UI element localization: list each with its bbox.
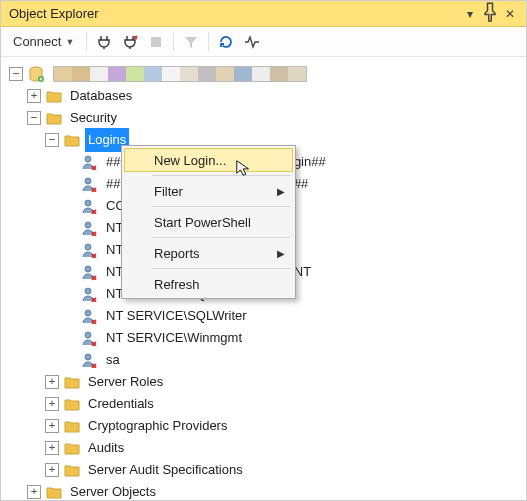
tree-node-crypto-providers[interactable]: +Cryptographic Providers [9,415,526,437]
pin-icon[interactable] [480,2,500,25]
login-icon [81,154,99,170]
expand-icon[interactable]: + [45,375,59,389]
tree-label: Server Audit Specifications [85,458,246,482]
activity-icon[interactable] [241,31,263,53]
login-icon [81,242,99,258]
tree-node-credentials[interactable]: +Credentials [9,393,526,415]
folder-icon [63,396,81,412]
context-menu: New Login... Filter ▶ Start PowerShell R… [121,145,296,299]
spacer: + [63,155,77,169]
filter-icon [180,31,202,53]
caret-down-icon: ▼ [65,37,74,47]
tree-node-audits[interactable]: +Audits [9,437,526,459]
expand-icon[interactable]: + [27,89,41,103]
tree-label: Audits [85,436,127,460]
tree-node-server-roles[interactable]: +Server Roles [9,371,526,393]
tree-server-root[interactable]: − [9,63,526,85]
window-title: Object Explorer [9,6,460,21]
svg-point-5 [85,200,91,206]
tree-node-security[interactable]: − Security [9,107,526,129]
folder-icon [63,374,81,390]
server-color-bar [53,66,307,82]
svg-point-9 [85,288,91,294]
tree-label: Credentials [85,392,157,416]
folder-icon [63,418,81,434]
login-icon [81,286,99,302]
login-icon [81,308,99,324]
menu-item-start-powershell[interactable]: Start PowerShell [124,210,293,234]
menu-label: Reports [154,246,200,261]
menu-label: Filter [154,184,183,199]
folder-icon [63,462,81,478]
connect-button[interactable]: Connect ▼ [7,32,80,51]
tree-label: Cryptographic Providers [85,414,230,438]
collapse-icon[interactable]: − [27,111,41,125]
refresh-icon[interactable] [215,31,237,53]
svg-point-6 [85,222,91,228]
collapse-icon[interactable]: − [45,133,59,147]
tree-label: Security [67,106,120,130]
svg-point-8 [85,266,91,272]
menu-separator [152,175,291,176]
dropdown-icon[interactable]: ▾ [460,7,480,21]
login-icon [81,176,99,192]
connect-plug-icon[interactable] [93,31,115,53]
connect-label: Connect [13,34,61,49]
folder-icon [45,484,63,500]
mouse-cursor-icon [235,159,253,177]
expand-icon[interactable]: + [45,463,59,477]
submenu-arrow-icon: ▶ [277,248,285,259]
login-icon [81,198,99,214]
login-icon [81,220,99,236]
close-icon[interactable]: ✕ [500,7,520,21]
expand-icon[interactable]: + [45,441,59,455]
svg-rect-0 [151,37,161,47]
svg-point-11 [85,332,91,338]
tree-label: sa [103,348,123,372]
svg-point-10 [85,310,91,316]
tree-label: Server Roles [85,370,166,394]
menu-label: Start PowerShell [154,215,251,230]
spacer: + [63,199,77,213]
disconnect-plug-icon[interactable] [119,31,141,53]
tree-node-server-objects[interactable]: + Server Objects [9,481,526,501]
expand-icon[interactable]: + [27,485,41,499]
folder-icon [45,110,63,126]
spacer: + [63,243,77,257]
folder-icon [45,88,63,104]
collapse-icon[interactable]: − [9,67,23,81]
folder-icon [63,132,81,148]
tree-node-server-audit-specs[interactable]: +Server Audit Specifications [9,459,526,481]
tree-label: NT SERVICE\SQLWriter [103,304,250,328]
login-icon [81,352,99,368]
menu-item-refresh[interactable]: Refresh [124,272,293,296]
spacer: + [63,221,77,235]
toolbar: Connect ▼ [1,27,526,57]
tree-login-item[interactable]: +NT SERVICE\SQLWriter [9,305,526,327]
login-icon [81,330,99,346]
tree-label: Databases [67,84,135,108]
expand-icon[interactable]: + [45,419,59,433]
toolbar-separator [86,33,87,51]
tree-login-item[interactable]: +sa [9,349,526,371]
tree-label: Server Objects [67,480,159,501]
tree-node-databases[interactable]: + Databases [9,85,526,107]
expand-icon[interactable]: + [45,397,59,411]
spacer: + [63,177,77,191]
menu-label: Refresh [154,277,200,292]
toolbar-separator [173,33,174,51]
svg-point-7 [85,244,91,250]
menu-separator [152,237,291,238]
menu-separator [152,206,291,207]
spacer: + [63,265,77,279]
database-server-icon [27,66,45,82]
toolbar-separator [208,33,209,51]
spacer: + [63,331,77,345]
tree-login-item[interactable]: +NT SERVICE\Winmgmt [9,327,526,349]
menu-item-new-login[interactable]: New Login... [124,148,293,172]
tree-label: NT SERVICE\Winmgmt [103,326,245,350]
menu-item-filter[interactable]: Filter ▶ [124,179,293,203]
stop-icon [145,31,167,53]
menu-item-reports[interactable]: Reports ▶ [124,241,293,265]
folder-icon [63,440,81,456]
